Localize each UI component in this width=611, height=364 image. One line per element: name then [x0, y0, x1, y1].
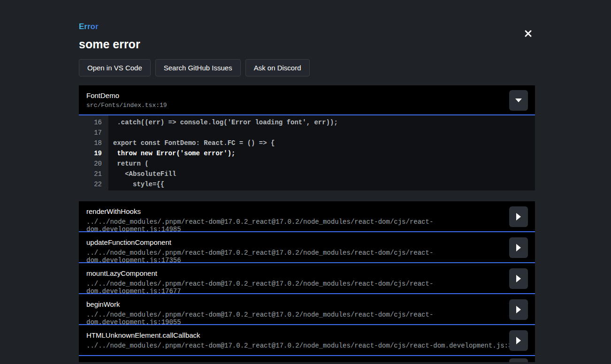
expand-stack-frame-button[interactable] [509, 268, 528, 289]
code-line-text: return ( [108, 159, 149, 169]
collapse-source-frame-button[interactable] [509, 90, 528, 111]
stack-frame-function: renderWithHooks [86, 207, 527, 215]
code-line: 17 [79, 128, 535, 138]
code-line-text: .catch((err) => console.log('Error loadi… [108, 117, 338, 128]
stack-frame-function: HTMLUnknownElement.callCallback [86, 331, 527, 339]
caret-down-icon [515, 99, 522, 102]
error-overlay: Error some error Open in VS Code Search … [79, 0, 535, 362]
expand-stack-frame-button[interactable] [509, 358, 528, 362]
caret-right-icon [516, 337, 521, 344]
source-frame-function: FontDemo [86, 91, 527, 99]
stack-frame-row: mountLazyComponent ../../node_modules/.p… [79, 263, 535, 294]
code-line-number: 19 [79, 148, 108, 159]
code-line-number: 22 [79, 179, 108, 190]
expand-stack-frame-button[interactable] [509, 206, 528, 227]
code-line-number: 20 [79, 159, 108, 169]
code-line-text: style={{ [108, 179, 164, 190]
stack-trace-list: renderWithHooks ../../node_modules/.pnpm… [79, 201, 535, 362]
caret-right-icon [516, 306, 521, 313]
expand-stack-frame-button[interactable] [509, 330, 528, 351]
stack-frame-row: beginWork ../../node_modules/.pnpm/react… [79, 294, 535, 325]
code-snippet: 16 .catch((err) => console.log('Error lo… [79, 115, 535, 190]
stack-frame-path: ../../node_modules/.pnpm/react-dom@17.0.… [86, 218, 527, 233]
stack-frame-row-partial [79, 356, 535, 362]
caret-right-icon [516, 244, 521, 251]
expand-stack-frame-button[interactable] [509, 299, 528, 320]
stack-frame-row: updateFunctionComponent ../../node_modul… [79, 232, 535, 263]
stack-frame-function: updateFunctionComponent [86, 238, 527, 246]
code-line: 20 return ( [79, 159, 535, 169]
code-line: 19 throw new Error('some error'); [79, 148, 535, 159]
ask-on-discord-button[interactable]: Ask on Discord [245, 59, 310, 76]
stack-frame-function: beginWork [86, 300, 527, 308]
action-buttons-row: Open in VS Code Search GitHub Issues Ask… [79, 59, 535, 76]
stack-frame-path: ../../node_modules/.pnpm/react-dom@17.0.… [86, 311, 527, 326]
caret-right-icon [516, 213, 521, 220]
expand-stack-frame-button[interactable] [509, 237, 528, 258]
code-line-text: <AbsoluteFill [108, 169, 176, 179]
stack-frame-row: HTMLUnknownElement.callCallback ../../no… [79, 325, 535, 356]
stack-frame-path: ../../node_modules/.pnpm/react-dom@17.0.… [86, 249, 527, 264]
code-line-text: export const FontDemo: React.FC = () => … [108, 138, 275, 148]
caret-right-icon [516, 275, 521, 282]
source-frame-header: FontDemo src/Fonts/index.tsx:19 [79, 85, 535, 115]
code-line-text [108, 128, 113, 138]
stack-frame-path: ../../node_modules/.pnpm/react-dom@17.0.… [86, 280, 527, 295]
error-type-label: Error [79, 22, 99, 31]
source-code-frame: FontDemo src/Fonts/index.tsx:19 16 .catc… [79, 85, 535, 190]
code-line: 18 export const FontDemo: React.FC = () … [79, 138, 535, 148]
code-line-number: 17 [79, 128, 108, 138]
code-line-number: 16 [79, 117, 108, 128]
stack-frame-path: ../../node_modules/.pnpm/react-dom@17.0.… [86, 342, 527, 349]
stack-frame-row: renderWithHooks ../../node_modules/.pnpm… [79, 201, 535, 232]
code-line-number: 21 [79, 169, 108, 179]
error-message-title: some error [79, 38, 535, 51]
open-in-vs-code-button[interactable]: Open in VS Code [79, 59, 151, 76]
code-line: 16 .catch((err) => console.log('Error lo… [79, 117, 535, 128]
code-line: 22 style={{ [79, 179, 535, 190]
search-github-issues-button[interactable]: Search GitHub Issues [155, 59, 241, 76]
code-line-text: throw new Error('some error'); [108, 148, 235, 159]
stack-frame-function: mountLazyComponent [86, 269, 527, 277]
source-frame-location: src/Fonts/index.tsx:19 [86, 102, 527, 109]
code-line: 21 <AbsoluteFill [79, 169, 535, 179]
code-line-number: 18 [79, 138, 108, 148]
